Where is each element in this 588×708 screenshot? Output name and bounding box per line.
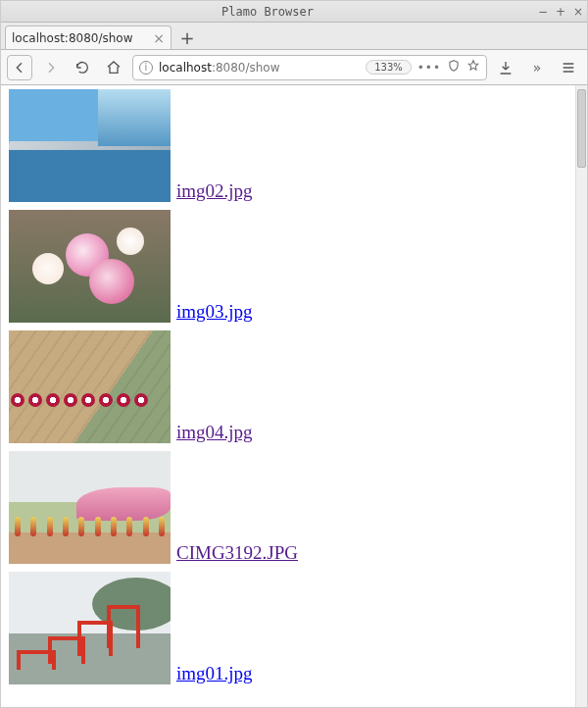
image-filename-link[interactable]: img04.jpg	[176, 422, 253, 443]
thumbnail	[9, 89, 171, 202]
url-text: localhost:8080/show	[159, 61, 360, 75]
overflow-button[interactable]: »	[524, 55, 550, 80]
image-entry: img04.jpg	[9, 330, 575, 443]
forward-button[interactable]	[38, 55, 64, 80]
address-bar[interactable]: i localhost:8080/show 133% •••	[132, 55, 487, 80]
back-button[interactable]	[7, 55, 32, 80]
forward-icon	[43, 60, 59, 76]
back-icon	[12, 60, 27, 76]
url-host: localhost	[159, 61, 212, 75]
thumbnail	[9, 572, 171, 684]
new-tab-button[interactable]: +	[175, 25, 199, 49]
image-thumbnail-link[interactable]	[9, 89, 171, 202]
image-entry: img02.jpg	[9, 89, 575, 202]
page-content: img02.jpg img03.jpg img04.jpg CIMG3192.J…	[1, 85, 587, 708]
toolbar: i localhost:8080/show 133% ••• »	[1, 50, 587, 85]
maximize-icon[interactable]: +	[552, 5, 569, 19]
vertical-scrollbar[interactable]	[575, 85, 587, 708]
window-title: Plamo Browser	[1, 5, 534, 19]
window-titlebar: Plamo Browser − + ×	[1, 1, 587, 23]
browser-tab[interactable]: localhost:8080/show ×	[5, 25, 172, 49]
scrollbar-thumb[interactable]	[577, 89, 586, 168]
thumbnail	[9, 330, 171, 443]
url-rest: :8080/show	[212, 61, 280, 75]
page-actions-icon[interactable]: •••	[417, 61, 441, 75]
image-filename-link[interactable]: CIMG3192.JPG	[176, 542, 298, 564]
zoom-badge[interactable]: 133%	[366, 60, 412, 75]
menu-button[interactable]	[556, 55, 581, 80]
chevron-double-right-icon: »	[533, 60, 542, 76]
download-icon	[498, 60, 514, 76]
image-thumbnail-link[interactable]	[9, 451, 171, 564]
image-thumbnail-link[interactable]	[9, 330, 171, 443]
viewport: img02.jpg img03.jpg img04.jpg CIMG3192.J…	[1, 85, 575, 708]
image-thumbnail-link[interactable]	[9, 210, 171, 323]
image-filename-link[interactable]: img02.jpg	[176, 180, 253, 202]
reload-button[interactable]	[70, 55, 95, 80]
close-tab-icon[interactable]: ×	[153, 30, 165, 46]
bookmark-star-icon[interactable]	[466, 59, 480, 76]
tab-strip: localhost:8080/show × +	[1, 23, 587, 50]
reload-icon	[74, 60, 90, 76]
image-entry: CIMG3192.JPG	[9, 451, 575, 564]
site-info-icon[interactable]: i	[139, 61, 153, 75]
hamburger-icon	[561, 60, 576, 76]
plus-icon: +	[179, 27, 194, 48]
home-icon	[106, 60, 122, 76]
downloads-button[interactable]	[493, 55, 518, 80]
shield-icon[interactable]	[447, 59, 461, 76]
image-entry: img03.jpg	[9, 210, 575, 323]
home-button[interactable]	[101, 55, 126, 80]
thumbnail	[9, 210, 171, 323]
close-window-icon[interactable]: ×	[569, 5, 587, 19]
image-filename-link[interactable]: img03.jpg	[176, 301, 253, 323]
minimize-icon[interactable]: −	[534, 5, 552, 19]
image-thumbnail-link[interactable]	[9, 572, 171, 684]
tab-label: localhost:8080/show	[12, 31, 133, 45]
thumbnail	[9, 451, 171, 564]
image-filename-link[interactable]: img01.jpg	[176, 663, 253, 684]
image-entry: img01.jpg	[9, 572, 575, 684]
